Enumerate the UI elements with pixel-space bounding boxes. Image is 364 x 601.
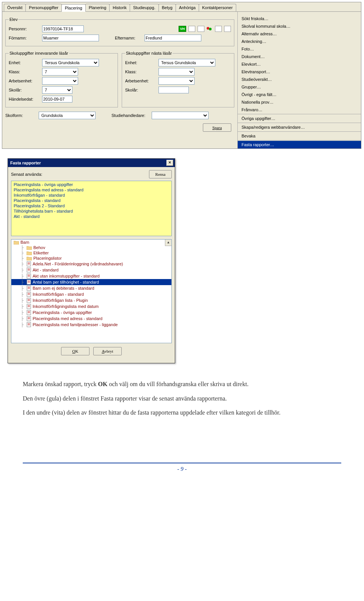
menu-item[interactable]: Övrigt - egna fält… (238, 91, 361, 98)
studiehandl-label: Studiehandledare: (111, 113, 149, 118)
next-year-fieldset: Skoluppgifter nästa läsår Enhet: Tersus … (122, 51, 234, 107)
scroll-up-icon[interactable]: ▲ (165, 240, 171, 246)
text-paragraph: I den undre (vita) delen av fönstret hit… (23, 409, 341, 417)
klass-cur-label: Klass: (9, 69, 40, 74)
text-paragraph: Den övre (gula) delen i fönstret Fasta r… (23, 394, 341, 403)
svg-rect-40 (27, 322, 31, 327)
side-menu: Sökt friskola…Skolval kommunal skola…Alt… (237, 12, 361, 148)
ae-next-select[interactable] (158, 77, 195, 85)
fasta-rapporter-dialog: Fasta rapporter ✕ Senast använda: Rensa … (8, 158, 175, 363)
tree-report[interactable]: ├Placeringslista - övriga uppgifter (11, 309, 171, 315)
tree-report[interactable]: ├Akt utan inkomstuppgifter - standard (11, 273, 171, 279)
tab-studieuppg[interactable]: Studieuppg. (130, 4, 159, 11)
recent-list[interactable]: Placeringslista - övriga uppgifterPlacer… (11, 181, 172, 236)
menu-item[interactable]: Frånvaro… (238, 106, 361, 114)
svg-rect-20 (27, 292, 31, 297)
vh-badge: VH (179, 26, 186, 32)
tree-report[interactable]: ├Barn som ej debiterats - standard (11, 285, 171, 291)
report-tree[interactable]: ▲ Barn├Behov├Etiketter├Placeringslistor├… (11, 239, 172, 343)
recent-item[interactable]: Placeringslista med adress - standard (11, 187, 171, 192)
menu-item[interactable]: Foto… (238, 45, 361, 53)
status-box-1 (188, 26, 195, 32)
tree-report[interactable]: ├Inkomstförfrågningslista med datum (11, 303, 171, 309)
tree-report[interactable]: ├Placeringslista med adress - standard (11, 315, 171, 322)
enhet-cur-select[interactable]: Tersus Grundskola (42, 59, 99, 66)
tree-folder[interactable]: Barn (11, 240, 171, 245)
tab-kontaktpersoner[interactable]: Kontaktpersoner (199, 4, 236, 11)
elev-legend: Elev (9, 17, 18, 22)
studiehandl-select[interactable] (152, 112, 209, 119)
ae-cur-select[interactable] (42, 77, 78, 85)
skolform-select[interactable]: Grundskola (39, 112, 96, 119)
fornamn-input[interactable] (42, 35, 99, 41)
tab-personuppgifter[interactable]: Personuppgifter (25, 4, 62, 11)
svg-rect-16 (27, 286, 31, 290)
enhet-next-label: Enhet: (125, 60, 156, 65)
tree-report[interactable]: ├Inkomstförfrågan lista - Plugin (11, 297, 171, 303)
spara-button[interactable]: Spara (203, 123, 231, 132)
tab-anhriga[interactable]: Anhöriga (176, 4, 199, 11)
tree-report[interactable]: ├Akt - standard (11, 267, 171, 273)
tree-report[interactable]: ├Adela.Net - Förälderinloggning (vårdnad… (11, 261, 171, 267)
hdat-cur-input[interactable] (42, 96, 72, 103)
tree-folder[interactable]: ├Behov (11, 245, 171, 250)
close-icon[interactable]: ✕ (166, 160, 173, 166)
svg-rect-0 (27, 262, 31, 266)
skolar-next-input[interactable] (158, 87, 189, 93)
next-year-legend: Skoluppgifter nästa läsår (125, 51, 173, 55)
menu-item[interactable]: Nationella prov… (238, 98, 361, 106)
tree-report[interactable]: ├Placeringslista med familjeadresser - l… (11, 322, 171, 328)
svg-rect-12 (27, 280, 31, 284)
tab-bar: ÖversiktPersonuppgifterPlaceringPlanerin… (2, 2, 361, 12)
menu-item[interactable]: Alternativ adress… (238, 30, 361, 38)
tab-versikt[interactable]: Översikt (4, 4, 26, 11)
skolar-cur-label: Skolår: (9, 88, 40, 92)
status-box-2 (198, 26, 204, 32)
menu-item[interactable]: Sökt friskola… (238, 15, 361, 22)
svg-rect-8 (27, 274, 31, 278)
tree-report[interactable]: ├Antal barn per tillhörighet - standard (11, 279, 171, 285)
menu-item[interactable]: Bevaka (238, 132, 361, 140)
recent-item[interactable]: Placeringslista 2 - Standard (11, 203, 171, 208)
skolform-label: Skolform: (5, 113, 36, 118)
avbryt-button[interactable]: Avbryt (93, 347, 122, 355)
tab-placering[interactable]: Placering (61, 4, 86, 12)
klass-cur-select[interactable]: 7 (42, 68, 78, 76)
menu-item[interactable]: Anteckning… (238, 38, 361, 45)
menu-item[interactable]: Skapa/redigera webbanvändare… (238, 123, 361, 131)
menu-item[interactable]: Studieöversikt… (238, 76, 361, 83)
menu-item[interactable]: Skolval kommunal skola… (238, 22, 361, 30)
status-box-3 (215, 26, 222, 32)
fornamn-label: Förnamn: (9, 36, 40, 40)
efternamn-input[interactable] (144, 35, 201, 41)
elev-fieldset: Elev Personnr: VH Förnamn: Efterna (5, 17, 234, 46)
main-window: ÖversiktPersonuppgifterPlaceringPlanerin… (2, 2, 361, 149)
tab-planering[interactable]: Planering (85, 4, 110, 11)
recent-item[interactable]: Tillhörighetslista barn - standard (11, 208, 171, 214)
tree-folder[interactable]: ├Placeringslistor (11, 256, 171, 261)
skolar-cur-select[interactable]: 7 (42, 86, 72, 94)
recent-item[interactable]: Placeringslista - övriga uppgifter (11, 182, 171, 187)
ok-button[interactable]: OK (61, 347, 89, 355)
ae-cur-label: Arbetsenhet: (9, 79, 40, 83)
menu-item[interactable]: Elevkort… (238, 60, 361, 68)
recent-item[interactable]: Akt - standard (11, 214, 171, 219)
tab-historik[interactable]: Historik (109, 4, 130, 11)
personnr-label: Personnr: (9, 27, 40, 31)
menu-item[interactable]: Övriga uppgifter… (238, 115, 361, 122)
text-segment: Markera önskad rapport, tryck (23, 381, 98, 387)
personnr-input[interactable] (42, 25, 84, 32)
enhet-next-select[interactable]: Tersus Grundskola (158, 59, 215, 66)
menu-item[interactable]: Dokument… (238, 53, 361, 60)
menu-item[interactable]: Fasta rapporter… (238, 141, 361, 148)
klass-next-select[interactable] (158, 68, 195, 76)
tab-betyg[interactable]: Betyg (158, 4, 176, 11)
tree-folder[interactable]: ├Etiketter (11, 250, 171, 256)
recent-item[interactable]: Inkomstförfrågan - standard (11, 192, 171, 198)
menu-item[interactable]: Elevtransport… (238, 68, 361, 76)
menu-item[interactable]: Grupper… (238, 83, 361, 91)
rensa-button[interactable]: Rensa (149, 170, 172, 178)
recent-item[interactable]: Placeringslista - standard (11, 198, 171, 203)
svg-rect-4 (27, 268, 31, 272)
tree-report[interactable]: ├Inkomstförfrågan - standard (11, 291, 171, 297)
